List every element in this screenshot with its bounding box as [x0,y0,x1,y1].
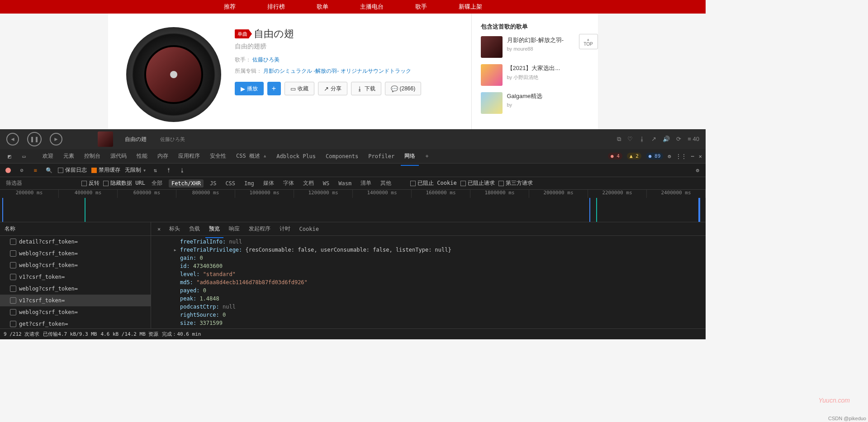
tab-application[interactable]: 应用程序 [175,150,204,163]
type-css[interactable]: CSS [223,179,238,188]
warning-badge[interactable]: ▲ 2 [627,153,641,159]
pip-icon[interactable]: ⧉ [617,136,621,143]
info-badge[interactable]: ● 89 [646,153,664,159]
error-badge[interactable]: ● 4 [608,153,622,159]
wifi-icon[interactable]: ⇅ [151,166,160,175]
record-icon[interactable] [4,166,13,175]
type-doc[interactable]: 文档 [300,178,317,188]
nav-tab[interactable]: 推荐 [208,3,251,11]
tab-css-overview[interactable]: CSS 概述 ▵ [232,150,270,163]
tab-welcome[interactable]: 欢迎 [39,150,57,163]
tab-adblock[interactable]: Adblock Plus [273,150,319,162]
network-timeline[interactable]: 200000 ms 400000 ms 600000 ms 800000 ms … [0,190,706,222]
type-img[interactable]: Img [242,179,257,188]
play-button[interactable]: ▶播放 [235,82,264,95]
settings-icon[interactable]: ⚙ [693,166,702,175]
detail-tab-initiator[interactable]: 发起程序 [245,222,274,235]
request-row[interactable]: v1?csrf_token= [0,295,151,306]
response-body[interactable]: freeTrialInfo: null ▸ freeTrialPrivilege… [151,236,706,328]
tab-security[interactable]: 安全性 [206,150,230,163]
close-icon[interactable]: ✕ [699,153,702,159]
add-button[interactable] [267,82,281,95]
clear-icon[interactable]: ⊘ [17,166,26,175]
request-row[interactable]: weblog?csrf_token= [0,306,151,318]
throttle-select[interactable]: 无限制 [125,166,146,174]
share-icon[interactable]: ↗ [651,136,656,143]
tab-add-icon[interactable]: ＋ [424,152,430,160]
request-row[interactable]: detail?csrf_token= [0,236,151,248]
next-track-icon[interactable]: ► [50,133,62,145]
playlist-item[interactable]: 月影的幻影-解放之羽-by moure88 [481,36,589,58]
search-icon[interactable]: 🔍 [44,166,53,175]
type-media[interactable]: 媒体 [261,178,277,188]
request-row[interactable]: weblog?csrf_token= [0,259,151,271]
type-ws[interactable]: WS [320,179,332,188]
detail-tab-headers[interactable]: 标头 [166,222,184,235]
download-icon[interactable]: ⭳ [639,136,645,143]
album-link[interactable]: 月影のシミュラクル -解放の羽- オリジナルサウンドトラック [263,68,411,74]
disable-cache-checkbox[interactable]: 禁用缓存 [91,166,120,174]
close-detail-icon[interactable]: ✕ [155,226,164,232]
nav-tab[interactable]: 排行榜 [251,3,301,11]
detail-tab-cookie[interactable]: Cookie [296,223,323,235]
more-icon[interactable]: ⋯ [691,153,694,159]
inspect-icon[interactable]: ◩ [4,151,15,161]
blocked-cookie-checkbox[interactable]: 已阻止 Cookie [410,179,457,187]
type-all[interactable]: 全部 [149,178,165,188]
prev-track-icon[interactable]: ◄ [6,133,19,145]
request-row[interactable]: weblog?csrf_token= [0,283,151,295]
filter-toggle-icon[interactable]: ≡ [31,166,40,175]
detail-tab-timing[interactable]: 计时 [276,222,294,235]
back-to-top-button[interactable]: TOP [579,34,598,49]
playlist-icon[interactable]: ≡ 40 [688,136,699,143]
nav-tab[interactable]: 歌手 [399,3,443,11]
customize-icon[interactable]: ⋮⋮ [676,153,687,159]
download-icon: ⭳ [357,85,363,92]
nav-tab[interactable]: 主播电台 [344,3,399,11]
type-other[interactable]: 其他 [378,178,394,188]
play-pause-icon[interactable]: ❚❚ [27,132,42,146]
artist-link[interactable]: 佐藤ひろ美 [252,56,280,63]
preserve-log-checkbox[interactable]: 保留日志 [58,166,87,174]
fav-icon[interactable]: ♡ [627,136,633,143]
device-icon[interactable]: ▭ [18,151,30,161]
request-row[interactable]: weblog?csrf_token= [0,248,151,259]
volume-icon[interactable]: 🔊 [663,136,670,143]
tab-performance[interactable]: 性能 [133,150,151,163]
tab-elements[interactable]: 元素 [60,150,78,163]
detail-tab-preview[interactable]: 预览 [205,222,223,235]
favorite-button[interactable]: ▭收藏 [285,82,314,95]
import-icon[interactable]: ⭱ [164,166,173,175]
type-wasm[interactable]: Wasm [336,179,354,188]
invert-checkbox[interactable]: 反转 [81,179,100,187]
tab-network[interactable]: 网络 [401,150,419,163]
type-js[interactable]: JS [207,179,219,188]
type-font[interactable]: 字体 [280,178,297,188]
type-fetch-xhr[interactable]: Fetch/XHR [169,179,204,188]
comment-button[interactable]: 💬(2866) [385,82,422,95]
request-row[interactable]: get?csrf_token= [0,318,151,328]
loop-icon[interactable]: ⟳ [676,136,681,143]
request-list[interactable]: 名称 detail?csrf_token= weblog?csrf_token=… [0,222,151,328]
share-button[interactable]: ↗分享 [318,82,347,95]
tab-console[interactable]: 控制台 [81,150,104,163]
blocked-request-checkbox[interactable]: 已阻止请求 [460,179,495,187]
gear-icon[interactable]: ⚙ [668,153,671,159]
tab-components[interactable]: Components [322,150,362,162]
nav-tab[interactable]: 歌单 [301,3,344,11]
nav-tab[interactable]: 新碟上架 [443,3,498,11]
filter-input[interactable]: 筛选器 [4,178,24,188]
tab-sources[interactable]: 源代码 [107,150,130,163]
detail-tab-response[interactable]: 响应 [225,222,243,235]
hide-data-url-checkbox[interactable]: 隐藏数据 URL [103,179,145,187]
type-manifest[interactable]: 清单 [358,178,374,188]
tab-profiler[interactable]: Profiler [365,150,398,162]
playlist-item[interactable]: 【2021】大家选出...by 小野田清绝 [481,64,589,86]
download-button[interactable]: ⭳下载 [351,82,381,95]
export-icon[interactable]: ⭳ [178,166,187,175]
playlist-item[interactable]: Galgame精选by [481,92,589,114]
request-row[interactable]: v1?csrf_token= [0,271,151,283]
third-party-checkbox[interactable]: 第三方请求 [498,179,533,187]
detail-tab-payload[interactable]: 负载 [185,222,204,235]
tab-memory[interactable]: 内存 [154,150,172,163]
